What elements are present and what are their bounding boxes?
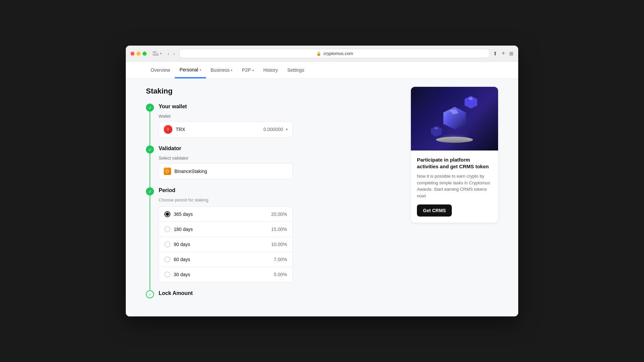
validator-step-line bbox=[150, 154, 150, 187]
validator-selector[interactable]: ⬡ BinanceStaking bbox=[159, 163, 293, 179]
period-option-60[interactable]: 60 days 7.00% bbox=[159, 252, 293, 267]
checkmark-icon-2 bbox=[148, 147, 152, 152]
validator-field-label: Select validator bbox=[159, 156, 401, 161]
wallet-name: TRX bbox=[176, 127, 185, 132]
card-image bbox=[411, 87, 498, 150]
period-step-icon bbox=[146, 187, 154, 195]
radio-inner-365 bbox=[166, 213, 169, 216]
card-body: Participate in platform activities and g… bbox=[411, 150, 498, 223]
nav-bar: Overview Personal ▾ Business ▾ P2P ▾ His… bbox=[126, 62, 518, 79]
personal-chevron: ▾ bbox=[200, 68, 201, 72]
step-container: Your wallet Wallet T TRX 0.000000 bbox=[146, 104, 401, 308]
wallet-selector[interactable]: T TRX 0.000000 ▾ bbox=[159, 121, 293, 137]
page-title: Staking bbox=[146, 87, 401, 96]
period-rate-30: 5.00% bbox=[274, 272, 287, 277]
wallet-selector-left: T TRX bbox=[164, 125, 185, 134]
period-label-180: 180 days bbox=[174, 227, 193, 232]
wallet-step-indicator bbox=[146, 104, 154, 145]
validator-step: Validator Select validator ⬡ BinanceStak… bbox=[146, 145, 401, 187]
wallet-step-title: Your wallet bbox=[159, 104, 401, 110]
nav-p2p[interactable]: P2P ▾ bbox=[237, 62, 258, 78]
main-gem-svg bbox=[442, 106, 467, 131]
radio-30 bbox=[164, 272, 170, 278]
checkmark-icon-3 bbox=[148, 189, 152, 194]
small-gem-2-svg bbox=[430, 125, 442, 137]
period-label-90: 90 days bbox=[174, 242, 190, 247]
period-option-90[interactable]: 90 days 10.00% bbox=[159, 237, 293, 252]
radio-90 bbox=[164, 241, 170, 247]
validator-step-content: Validator Select validator ⬡ BinanceStak… bbox=[159, 145, 401, 187]
wallet-chevron-icon: ▾ bbox=[286, 127, 288, 132]
radio-365 bbox=[164, 211, 170, 217]
sidebar-card: Participate in platform activities and g… bbox=[411, 87, 498, 223]
period-step-title: Period bbox=[159, 187, 401, 193]
lock-step-content: Lock Amount bbox=[159, 290, 401, 308]
validator-name: BinanceStaking bbox=[174, 169, 207, 174]
period-option-180[interactable]: 180 days 15.00% bbox=[159, 222, 293, 237]
address-bar[interactable]: 🔒 cryptomus.com bbox=[179, 49, 490, 58]
checkmark-icon bbox=[148, 105, 152, 110]
nav-settings[interactable]: Settings bbox=[282, 62, 309, 78]
wallet-balance: 0.000000 bbox=[264, 127, 283, 132]
trx-icon: T bbox=[164, 125, 172, 134]
p2p-chevron: ▾ bbox=[252, 68, 254, 72]
period-options: 365 days 20.00% 180 days 15.00% bbox=[159, 206, 293, 282]
period-rate-60: 7.00% bbox=[274, 257, 287, 262]
new-tab-icon[interactable]: + bbox=[501, 50, 505, 57]
checkmark-icon-4: ✓ bbox=[149, 292, 152, 297]
sidebar-toggle[interactable]: ▾ bbox=[153, 52, 162, 55]
period-label-60: 60 days bbox=[174, 257, 190, 262]
traffic-lights bbox=[130, 52, 147, 56]
period-rate-90: 10.00% bbox=[271, 242, 287, 247]
browser-chrome: ▾ ‹ › 🔒 cryptomus.com ⬆ + ⊞ bbox=[126, 46, 518, 62]
share-icon[interactable]: ⬆ bbox=[493, 51, 497, 57]
lock-step-icon: ✓ bbox=[146, 290, 154, 298]
get-crms-button[interactable]: Get CRMS bbox=[417, 204, 452, 217]
nav-business[interactable]: Business ▾ bbox=[206, 62, 237, 78]
validator-step-icon bbox=[146, 145, 154, 154]
nav-arrows: ‹ › bbox=[166, 50, 176, 57]
page-content: Staking Your wallet Wallet bbox=[126, 79, 518, 316]
period-option-30[interactable]: 30 days 5.00% bbox=[159, 267, 293, 282]
close-button[interactable] bbox=[130, 52, 135, 56]
lock-amount-step: ✓ Lock Amount bbox=[146, 290, 401, 308]
nav-overview[interactable]: Overview bbox=[146, 62, 175, 78]
period-step-indicator bbox=[146, 187, 154, 290]
radio-60 bbox=[164, 256, 170, 262]
minimize-button[interactable] bbox=[137, 52, 141, 56]
period-step-line bbox=[150, 195, 150, 290]
grid-icon[interactable]: ⊞ bbox=[509, 51, 514, 57]
forward-button[interactable]: › bbox=[172, 50, 176, 57]
validator-step-title: Validator bbox=[159, 145, 401, 152]
period-label-365: 365 days bbox=[174, 212, 193, 217]
lock-icon: 🔒 bbox=[316, 51, 321, 56]
wallet-step-line bbox=[150, 112, 150, 145]
card-illustration bbox=[428, 92, 481, 145]
maximize-button[interactable] bbox=[143, 52, 147, 56]
period-rate-180: 15.00% bbox=[271, 227, 287, 232]
business-chevron: ▾ bbox=[231, 68, 232, 72]
lock-step-indicator: ✓ bbox=[146, 290, 154, 308]
platform-glow bbox=[441, 136, 468, 140]
period-step: Period Choose period for staking 365 day… bbox=[146, 187, 401, 290]
wallet-field-label: Wallet bbox=[159, 114, 401, 119]
period-rate-365: 20.00% bbox=[271, 212, 287, 217]
url-text: cryptomus.com bbox=[323, 51, 353, 56]
validator-step-indicator bbox=[146, 145, 154, 187]
browser-actions: ⬆ + ⊞ bbox=[493, 50, 514, 57]
browser-window: ▾ ‹ › 🔒 cryptomus.com ⬆ + ⊞ Overview Per… bbox=[126, 46, 518, 316]
lock-step-title: Lock Amount bbox=[159, 290, 401, 296]
back-button[interactable]: ‹ bbox=[166, 50, 171, 57]
nav-history[interactable]: History bbox=[259, 62, 283, 78]
period-subtitle: Choose period for staking bbox=[159, 197, 401, 202]
period-option-365[interactable]: 365 days 20.00% bbox=[159, 206, 293, 222]
main-nav: Overview Personal ▾ Business ▾ P2P ▾ His… bbox=[146, 62, 309, 78]
wallet-step-icon bbox=[146, 104, 154, 112]
wallet-step: Your wallet Wallet T TRX 0.000000 bbox=[146, 104, 401, 145]
nav-personal[interactable]: Personal ▾ bbox=[175, 62, 206, 78]
binance-icon: ⬡ bbox=[164, 168, 171, 175]
period-step-content: Period Choose period for staking 365 day… bbox=[159, 187, 401, 290]
card-description: Now it is possible to earn crypto by com… bbox=[417, 173, 492, 199]
radio-180 bbox=[164, 226, 170, 232]
card-title: Participate in platform activities and g… bbox=[417, 157, 492, 170]
